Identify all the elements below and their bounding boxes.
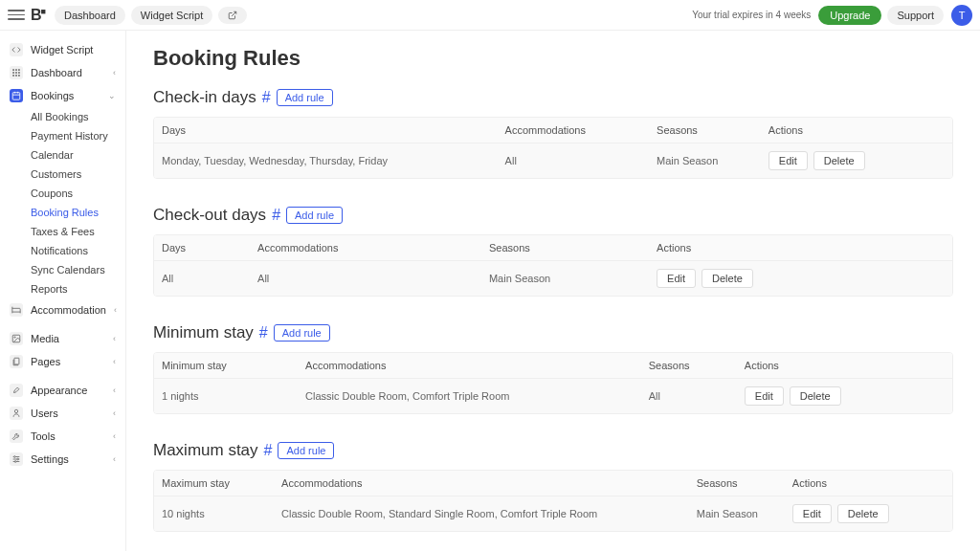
anchor-link[interactable]: #	[259, 324, 268, 342]
delete-button[interactable]: Delete	[813, 151, 865, 170]
svg-point-22	[17, 458, 19, 460]
support-button[interactable]: Support	[887, 6, 944, 25]
sidebar-item-pages[interactable]: Pages ‹	[0, 350, 125, 373]
sidebar-sub-booking-rules[interactable]: Booking Rules	[6, 203, 125, 222]
dashboard-button[interactable]: Dashboard	[55, 6, 125, 25]
col-accom: Accommodations	[250, 235, 481, 260]
col-minstay: Minimum stay	[154, 353, 298, 378]
table-row: 1 nights Classic Double Room, Comfort Tr…	[154, 379, 952, 413]
code-icon	[10, 43, 23, 56]
anchor-link[interactable]: #	[262, 89, 271, 106]
trial-text: Your trial expires in 4 weeks	[692, 10, 811, 20]
logo: B■	[31, 7, 45, 24]
sidebar-item-dashboard[interactable]: Dashboard ‹	[0, 61, 125, 84]
add-rule-button[interactable]: Add rule	[277, 89, 333, 106]
sidebar-sub-all-bookings[interactable]: All Bookings	[6, 107, 125, 126]
sidebar-item-label: Tools	[31, 430, 105, 442]
svg-rect-6	[18, 72, 20, 74]
section-checkin: Check-in days # Add rule Days Accommodat…	[153, 88, 953, 179]
add-rule-button[interactable]: Add rule	[286, 207, 343, 224]
add-rule-button[interactable]: Add rule	[278, 442, 334, 459]
cell-season: Main Season	[481, 265, 649, 292]
bed-icon	[10, 303, 23, 317]
col-actions: Actions	[761, 118, 952, 143]
sidebar-sub-calendar[interactable]: Calendar	[6, 145, 125, 165]
anchor-link[interactable]: #	[272, 207, 280, 224]
cell-accom: All	[250, 265, 481, 292]
image-icon	[10, 332, 23, 345]
page-title: Booking Rules	[153, 46, 953, 71]
sidebar-sub-sync-calendars[interactable]: Sync Calendars	[6, 260, 125, 279]
avatar[interactable]: T	[951, 5, 972, 26]
edit-button[interactable]: Edit	[768, 151, 808, 170]
section-minstay: Minimum stay # Add rule Minimum stay Acc…	[153, 323, 953, 414]
sidebar-item-label: Dashboard	[31, 67, 105, 78]
brush-icon	[10, 384, 23, 397]
svg-rect-3	[18, 69, 20, 71]
svg-rect-5	[15, 72, 17, 74]
col-days: Days	[154, 235, 250, 260]
add-rule-button[interactable]: Add rule	[274, 324, 330, 342]
sidebar-item-settings[interactable]: Settings ‹	[0, 448, 125, 471]
svg-rect-1	[12, 69, 14, 71]
sidebar-item-label: Settings	[31, 453, 105, 465]
delete-button[interactable]: Delete	[790, 386, 841, 406]
sidebar-item-widget-script[interactable]: Widget Script	[0, 38, 125, 61]
col-seasons: Seasons	[649, 118, 761, 143]
col-actions: Actions	[649, 235, 952, 260]
col-seasons: Seasons	[481, 235, 649, 260]
edit-button[interactable]: Edit	[792, 504, 832, 523]
menu-icon[interactable]	[8, 7, 25, 24]
col-maxstay: Maximum stay	[154, 471, 274, 496]
sidebar-item-label: Widget Script	[31, 44, 116, 55]
table-row: Monday, Tuesday, Wednesday, Thursday, Fr…	[154, 143, 952, 178]
sidebar-item-label: Accommodation	[31, 304, 106, 316]
delete-button[interactable]: Delete	[837, 504, 889, 523]
sidebar-sub-payment-history[interactable]: Payment History	[6, 126, 125, 145]
cell-accom: Classic Double Room, Standard Single Roo…	[274, 500, 689, 527]
sidebar-item-users[interactable]: Users ‹	[0, 402, 125, 425]
topbar: B■ Dashboard Widget Script Your trial ex…	[0, 0, 980, 31]
section-title: Minimum stay	[153, 323, 254, 342]
sidebar-sub-reports[interactable]: Reports	[6, 279, 125, 298]
svg-point-21	[14, 456, 16, 458]
edit-button[interactable]: Edit	[745, 386, 784, 406]
col-seasons: Seasons	[689, 471, 785, 496]
cell-accom: All	[498, 147, 649, 174]
sidebar-sub-taxes-fees[interactable]: Taxes & Fees	[6, 222, 125, 241]
sidebar-item-bookings[interactable]: Bookings ⌄	[0, 84, 125, 107]
sliders-icon	[10, 452, 23, 466]
wrench-icon	[10, 430, 23, 443]
calendar-icon	[10, 89, 23, 102]
sidebar-sub-notifications[interactable]: Notifications	[6, 241, 125, 260]
cell-season: All	[641, 383, 737, 409]
delete-button[interactable]: Delete	[702, 269, 753, 288]
svg-rect-4	[12, 72, 14, 74]
chevron-left-icon: ‹	[113, 334, 116, 343]
chevron-left-icon: ‹	[113, 68, 116, 77]
maxstay-table: Maximum stay Accommodations Seasons Acti…	[153, 470, 953, 532]
sidebar-sub-coupons[interactable]: Coupons	[6, 184, 125, 203]
sidebar-item-media[interactable]: Media ‹	[0, 327, 125, 350]
sidebar-submenu: All Bookings Payment History Calendar Cu…	[0, 107, 125, 298]
widget-script-button[interactable]: Widget Script	[131, 6, 212, 25]
sidebar-sub-customers[interactable]: Customers	[6, 165, 125, 184]
section-title: Maximum stay	[153, 441, 258, 460]
section-title: Check-out days	[153, 206, 266, 225]
upgrade-button[interactable]: Upgrade	[818, 6, 881, 25]
svg-point-23	[14, 461, 16, 463]
col-actions: Actions	[737, 353, 952, 378]
sidebar-item-accommodation[interactable]: Accommodation ‹	[0, 298, 125, 321]
sidebar-item-label: Bookings	[31, 90, 100, 101]
anchor-link[interactable]: #	[264, 442, 273, 459]
cell-minstay: 1 nights	[154, 383, 298, 409]
external-link-button[interactable]	[218, 7, 247, 24]
svg-rect-7	[12, 75, 14, 77]
edit-button[interactable]: Edit	[657, 269, 696, 288]
sidebar-item-appearance[interactable]: Appearance ‹	[0, 379, 125, 402]
pages-icon	[10, 355, 23, 368]
sidebar-item-tools[interactable]: Tools ‹	[0, 425, 125, 448]
svg-rect-2	[15, 69, 17, 71]
col-accom: Accommodations	[274, 471, 689, 496]
grid-icon	[10, 66, 23, 79]
